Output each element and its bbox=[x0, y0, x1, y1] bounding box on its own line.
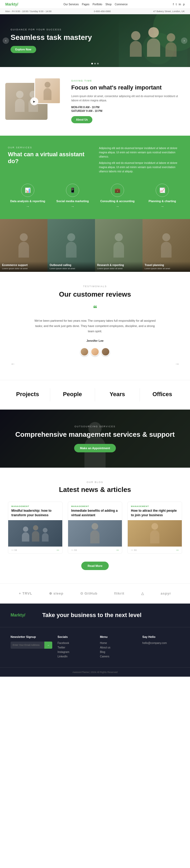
hero-cta-button[interactable]: Explore Now bbox=[10, 46, 36, 53]
blog-image-person-3 bbox=[150, 523, 159, 544]
footer-twitter[interactable]: Twitter bbox=[58, 646, 95, 649]
services-header-left: OUR SERVICES What can a virtual assistan… bbox=[8, 146, 91, 176]
stat-years: Years bbox=[95, 388, 140, 401]
phone-info: 0-800-456-0980 bbox=[94, 10, 111, 13]
services-description: Adipiscing elit sed do eiusmod tempor in… bbox=[99, 146, 182, 176]
blog-date-1: — 11 bbox=[11, 549, 17, 551]
focus-section: ▶ SAVING TIME Focus on what's really imp… bbox=[0, 67, 190, 136]
facebook-icon[interactable]: f bbox=[173, 3, 173, 6]
footer-logo: Markty/ bbox=[10, 613, 25, 618]
nav-item-portfolio[interactable]: Portfolio bbox=[93, 3, 102, 6]
footer-menu-blog[interactable]: Blog bbox=[100, 651, 137, 653]
photo-desc-research: Lorem ipsum dolor sit amet bbox=[97, 267, 140, 270]
footer-contact-email[interactable]: hello@company.com bbox=[142, 642, 180, 645]
footer-email-wrapper: → bbox=[10, 642, 52, 649]
focus-overlay-person bbox=[43, 82, 52, 100]
hero-dot-3[interactable] bbox=[97, 63, 99, 64]
footer-instagram[interactable]: Instagram bbox=[58, 651, 95, 653]
twitter-icon[interactable]: t bbox=[176, 3, 177, 6]
services-desc-1: Adipiscing elit sed do eiusmod tempor in… bbox=[99, 146, 182, 159]
blog-tag-3: MANAGEMENT bbox=[128, 502, 182, 508]
hero-prev-button[interactable]: ‹ bbox=[3, 37, 9, 44]
footer-col-contact: Say Hello hello@company.com bbox=[142, 635, 180, 659]
photo-item-calling: Outbound calling Lorem ipsum dolor sit a… bbox=[48, 219, 95, 272]
service-name-consulting: Consulting & accounting bbox=[98, 199, 137, 203]
footer-menu-home[interactable]: Home bbox=[100, 642, 137, 645]
blog-read-more-3[interactable]: — bbox=[176, 549, 179, 551]
photo-desc-calling: Lorem ipsum dolor sit amet bbox=[50, 267, 93, 270]
focus-cta-button[interactable]: About Us bbox=[71, 116, 92, 123]
blog-person-1a bbox=[22, 527, 29, 541]
blog-title: Latest news & articles bbox=[8, 486, 182, 494]
research-person-shape bbox=[114, 233, 124, 257]
blog-read-more-1[interactable]: — bbox=[57, 549, 59, 551]
pinterest-icon[interactable]: p bbox=[183, 3, 185, 6]
service-arrow-planning[interactable]: → bbox=[142, 204, 182, 209]
blog-person-1c bbox=[42, 528, 49, 541]
cta-appointment-button[interactable]: Make an Appointment bbox=[74, 444, 116, 452]
nav-item-services[interactable]: Our Services bbox=[64, 3, 79, 6]
nav-item-pages[interactable]: Pages bbox=[82, 3, 89, 6]
photo-overlay-calling: Outbound calling Lorem ipsum dolor sit a… bbox=[48, 261, 95, 272]
focus-hours: MON-FRI 8 AM - 10 PM SATURDAY 9 AM - 10 … bbox=[71, 106, 185, 113]
service-name-planning: Planning & charting bbox=[142, 199, 182, 203]
navbar-nav: Our Services Pages Portfolio Shop Commer… bbox=[64, 3, 128, 6]
instagram-icon[interactable]: in bbox=[179, 3, 181, 6]
footer-email-input[interactable] bbox=[10, 642, 44, 648]
partner-trvl: + TRVL bbox=[19, 591, 32, 595]
services-desc-2: Adipiscing elit sed do eiusmod tempor in… bbox=[99, 161, 182, 174]
nav-item-shop[interactable]: Shop bbox=[105, 3, 112, 6]
footer-logo-accent: / bbox=[24, 613, 25, 617]
play-button[interactable]: ▶ bbox=[30, 97, 38, 105]
footer: Markty/ Take your business to the next l… bbox=[0, 603, 190, 677]
testimonial-avatars bbox=[10, 347, 180, 356]
testimonial-prev-button[interactable]: ← bbox=[10, 361, 15, 367]
focus-overlay-content bbox=[35, 79, 60, 103]
footer-bottom: AwesomTheme | 2024 All Rights Reserved bbox=[0, 668, 190, 677]
blog-read-more-2[interactable]: — bbox=[116, 549, 119, 551]
focus-overlay-image bbox=[34, 78, 61, 104]
footer-facebook[interactable]: Facebook bbox=[58, 642, 95, 645]
footer-menu-careers[interactable]: Careers bbox=[100, 655, 137, 658]
nav-item-commerce[interactable]: Commerce bbox=[115, 3, 128, 6]
cta-section: OUTSOURCING SERVICES Comprehensive manag… bbox=[0, 410, 190, 468]
footer-col-socials: Socials Facebook Twitter Instagram Linke… bbox=[58, 635, 95, 659]
service-arrow-data[interactable]: → bbox=[8, 204, 48, 209]
service-icon-social: 📱 bbox=[66, 184, 79, 197]
focus-text: Lorem ipsum dolor sit amet, consectetur … bbox=[71, 94, 185, 103]
navbar-icons: f t in p bbox=[173, 3, 185, 6]
service-arrow-social[interactable]: → bbox=[53, 204, 92, 209]
footer-menu-about[interactable]: About us bbox=[100, 646, 137, 649]
blog-card-title-3: How to attract the right people to join … bbox=[128, 508, 182, 520]
photo-overlay-travel: Travel planning Lorem ipsum dolor sit am… bbox=[142, 261, 190, 272]
footer-linkedin[interactable]: LinkedIn bbox=[58, 655, 95, 658]
hero-dot-2[interactable] bbox=[94, 63, 96, 64]
footer-subscribe-button[interactable]: → bbox=[44, 642, 52, 649]
blog-tag-2: MANAGEMENT bbox=[68, 502, 122, 508]
footer-cta-title: Take your business to the next level bbox=[42, 612, 141, 619]
read-more-button[interactable]: Read More bbox=[81, 562, 109, 570]
footer-logo-text: Markty bbox=[10, 613, 24, 617]
cta-label: OUTSOURCING SERVICES bbox=[15, 425, 175, 428]
footer-copyright: AwesomTheme | 2024 All Rights Reserved bbox=[72, 671, 118, 674]
focus-person-a bbox=[15, 91, 25, 112]
services-grid: 📊 Data analysis & reporting → 📱 Social m… bbox=[8, 184, 182, 209]
testimonials-title: Our customer reviews bbox=[10, 290, 180, 299]
hero-next-button[interactable]: › bbox=[181, 37, 187, 44]
hero-dots bbox=[91, 63, 99, 64]
testimonials-section: TESTIMONIALS Our customer reviews ❝ We'v… bbox=[0, 272, 190, 380]
hero-dot-1[interactable] bbox=[91, 63, 93, 64]
social-media-icon: 📱 bbox=[70, 187, 75, 193]
partners-section: + TRVL ⊕ sleep ⊙ GitHub flikrit △ aspyr bbox=[0, 583, 190, 603]
service-icon-planning: 📈 bbox=[156, 184, 169, 197]
cta-title: Comprehensive management services & supp… bbox=[15, 430, 175, 439]
hours-info: Mon - Fri 9:00 - 18:00 / Sunday 9:00 - 1… bbox=[5, 10, 52, 13]
service-item-social: 📱 Social media marketing → bbox=[53, 184, 92, 209]
navbar-logo: Markty/ bbox=[5, 2, 18, 6]
stat-projects-value: Projects bbox=[8, 391, 47, 398]
testimonial-next-button[interactable]: → bbox=[175, 361, 180, 367]
focus-content: SAVING TIME Focus on what's really impor… bbox=[71, 80, 185, 123]
navbar: Markty/ Our Services Pages Portfolio Sho… bbox=[0, 0, 190, 9]
service-arrow-consulting[interactable]: → bbox=[98, 204, 137, 209]
footer-links: Newsletter Signup → Socials Facebook Twi… bbox=[0, 627, 190, 668]
